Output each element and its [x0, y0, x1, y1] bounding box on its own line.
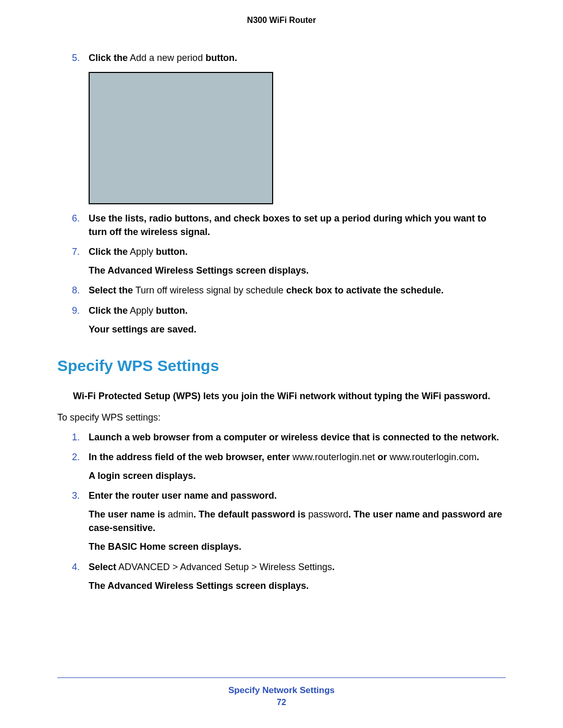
- page-header-title: N300 WiFi Router: [57, 16, 506, 25]
- step-text-bold: The user name is: [89, 509, 165, 520]
- step-text-bold: In the address field of the web browser,: [89, 452, 264, 462]
- footer-section-title: Specify Network Settings: [57, 685, 506, 696]
- step-text-bold: Click the: [89, 246, 128, 257]
- step-8: 8. Select the Turn off wireless signal b…: [57, 283, 506, 297]
- step-number: 4.: [72, 560, 80, 574]
- wps-step-1: 1. Launch a web browser from a computer …: [57, 430, 506, 444]
- steps-list-wps: 1. Launch a web browser from a computer …: [57, 430, 506, 593]
- step-number: 9.: [72, 304, 80, 317]
- step-text-bold: . The default password is: [193, 509, 308, 520]
- step-text-bold: or: [375, 452, 389, 462]
- step-text-bold: Use the lists, radio buttons, and check …: [89, 213, 486, 237]
- step-text: Turn off wireless signal by schedule: [133, 285, 286, 295]
- step-text: Add a new period: [128, 53, 205, 63]
- step-text: Apply: [128, 305, 156, 316]
- step-text-bold: check box to activate the schedule.: [286, 285, 444, 295]
- step-text-bold: enter: [264, 452, 292, 462]
- step-substep: The Advanced Wireless Settings screen di…: [89, 264, 506, 277]
- step-substep: A login screen displays.: [89, 469, 506, 483]
- step-substep: Your settings are saved.: [89, 323, 506, 336]
- step-text-bold: button.: [156, 305, 188, 316]
- page-content: 5. Click the Add a new period button. 6.…: [57, 51, 506, 593]
- section-lead: To specify WPS settings:: [57, 412, 506, 423]
- step-text: Apply: [128, 246, 156, 257]
- step-text-bold: Click the: [89, 53, 128, 63]
- step-substep: The BASIC Home screen displays.: [89, 540, 506, 553]
- section-intro: Wi-Fi Protected Setup (WPS) lets you joi…: [73, 389, 506, 403]
- step-number: 8.: [72, 283, 80, 297]
- step-7: 7. Click the Apply button. The Advanced …: [57, 245, 506, 277]
- step-number: 5.: [72, 51, 80, 65]
- step-6: 6. Use the lists, radio buttons, and che…: [57, 212, 506, 239]
- step-text: www.routerlogin.net: [292, 452, 375, 462]
- footer-page-number: 72: [57, 698, 506, 707]
- wps-step-2: 2. In the address field of the web brows…: [57, 450, 506, 483]
- wps-step-3: 3. Enter the router user name and passwo…: [57, 489, 506, 553]
- step-text-bold: Select the: [89, 285, 133, 295]
- step-text-bold: Launch a web browser from a computer or …: [89, 432, 499, 442]
- step-5: 5. Click the Add a new period button.: [57, 51, 506, 204]
- page-footer: Specify Network Settings 72: [57, 677, 506, 707]
- document-page: N300 WiFi Router 5. Click the Add a new …: [0, 0, 563, 728]
- step-9: 9. Click the Apply button. Your settings…: [57, 304, 506, 336]
- step-text: www.routerlogin.com: [389, 452, 476, 462]
- steps-list-continued: 5. Click the Add a new period button. 6.…: [57, 51, 506, 336]
- step-substep: The user name is admin. The default pass…: [89, 508, 506, 535]
- step-text-bold: .: [348, 509, 353, 520]
- step-text-bold: .: [476, 452, 479, 462]
- step-text-bold: Select: [89, 562, 116, 572]
- step-text: password: [308, 509, 348, 520]
- step-text: admin: [165, 509, 193, 520]
- step-number: 2.: [72, 450, 80, 464]
- section-heading-wps: Specify WPS Settings: [57, 357, 506, 375]
- step-substep: The Advanced Wireless Settings screen di…: [89, 579, 506, 593]
- step-text-bold: Enter the router user name and password.: [89, 490, 277, 501]
- step-number: 6.: [72, 212, 80, 225]
- wps-step-4: 4. Select ADVANCED > Advanced Setup > Wi…: [57, 560, 506, 593]
- step-text-bold: button.: [205, 53, 237, 63]
- step-text: ADVANCED > Advanced Setup > Wireless Set…: [116, 562, 332, 572]
- step-number: 1.: [72, 430, 80, 444]
- step-number: 3.: [72, 489, 80, 502]
- step-text-bold: Click the: [89, 305, 128, 316]
- figure-placeholder: [89, 72, 273, 204]
- step-text-bold: button.: [156, 246, 188, 257]
- step-text-bold: .: [332, 562, 335, 572]
- step-number: 7.: [72, 245, 80, 258]
